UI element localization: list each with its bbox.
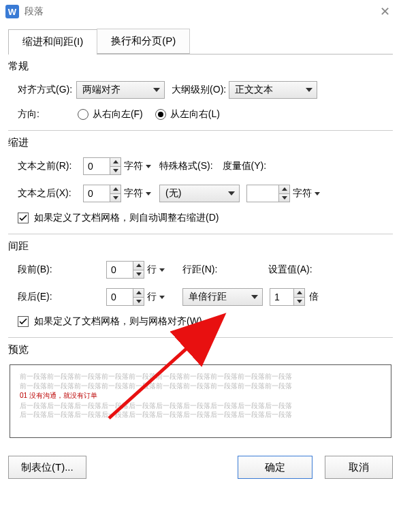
space-after-unit[interactable]: 行 [144, 288, 167, 306]
tab-strip: 缩进和间距(I) 换行和分页(P) [8, 29, 393, 54]
tab-indent-spacing[interactable]: 缩进和间距(I) [8, 29, 97, 54]
align-label: 对齐方式(G): [18, 84, 72, 96]
chevron-down-icon [159, 296, 165, 299]
indent-grid-checkbox[interactable]: 如果定义了文档网格，则自动调整右缩进(D) [18, 212, 219, 224]
ok-button[interactable]: 确定 [238, 456, 312, 479]
chevron-down-icon [251, 295, 258, 299]
linespacing-label: 行距(N): [182, 264, 259, 276]
indent-before-unit[interactable]: 字符 [121, 157, 154, 175]
space-before-label: 段前(B): [18, 264, 83, 276]
chevron-down-icon [146, 192, 151, 195]
chevron-down-icon [306, 88, 312, 92]
measure-input[interactable] [247, 185, 278, 202]
tab-pagination[interactable]: 换行和分页(P) [97, 29, 190, 54]
spacing-grid-checkbox[interactable]: 如果定义了文档网格，则与网格对齐(W) [18, 315, 202, 328]
space-before-input[interactable] [107, 262, 133, 278]
radio-ltr[interactable]: 从左向右(L) [155, 108, 220, 121]
outline-dropdown[interactable]: 正文文本 [229, 81, 317, 99]
tabstops-button[interactable]: 制表位(T)... [8, 456, 86, 479]
indent-before-label: 文本之前(R): [18, 160, 83, 172]
setvalue-spinner[interactable] [270, 288, 305, 306]
space-after-input[interactable] [107, 289, 133, 305]
indent-after-input[interactable] [84, 185, 110, 202]
chevron-down-icon [146, 165, 151, 168]
outline-label: 大纲级别(O): [172, 84, 226, 96]
indent-after-unit[interactable]: 字符 [121, 185, 154, 202]
preview-box: 前一段落前一段落前一段落前一段落前一段落前一段落前一段落前一段落前一段落前一段落… [10, 364, 391, 438]
space-after-label: 段后(E): [18, 291, 83, 303]
section-preview: 预览 [8, 343, 393, 356]
direction-label: 方向: [18, 108, 39, 121]
close-icon[interactable]: ✕ [376, 3, 394, 20]
chevron-down-icon [153, 88, 160, 92]
measure-unit[interactable]: 字符 [290, 185, 323, 202]
section-indent: 缩进 [8, 136, 393, 149]
window-title: 段落 [25, 5, 376, 18]
indent-before-input[interactable] [84, 158, 110, 174]
section-spacing: 间距 [8, 240, 393, 253]
indent-before-spinner[interactable] [83, 157, 121, 175]
chevron-down-icon [228, 191, 235, 195]
measure-label: 度量值(Y): [223, 160, 267, 172]
radio-rtl[interactable]: 从右向左(F) [78, 108, 143, 121]
section-general: 常规 [8, 60, 393, 73]
chevron-down-icon [159, 268, 165, 272]
align-dropdown[interactable]: 两端对齐 [76, 81, 165, 99]
space-before-spinner[interactable] [106, 261, 144, 279]
linespacing-dropdown[interactable]: 单倍行距 [182, 288, 263, 306]
indent-after-spinner[interactable] [83, 185, 121, 202]
setvalue-unit: 倍 [309, 291, 319, 303]
special-format-label: 特殊格式(S): [159, 160, 213, 172]
special-format-dropdown[interactable]: (无) [159, 185, 240, 202]
measure-spinner[interactable] [246, 185, 290, 202]
space-after-spinner[interactable] [106, 288, 144, 306]
setvalue-label: 设置值(A): [268, 264, 312, 276]
space-before-unit[interactable]: 行 [144, 261, 167, 279]
indent-after-label: 文本之后(X): [18, 187, 83, 200]
app-icon: W [5, 5, 19, 18]
setvalue-input[interactable] [270, 289, 293, 305]
chevron-down-icon [315, 192, 320, 195]
cancel-button[interactable]: 取消 [325, 456, 393, 479]
